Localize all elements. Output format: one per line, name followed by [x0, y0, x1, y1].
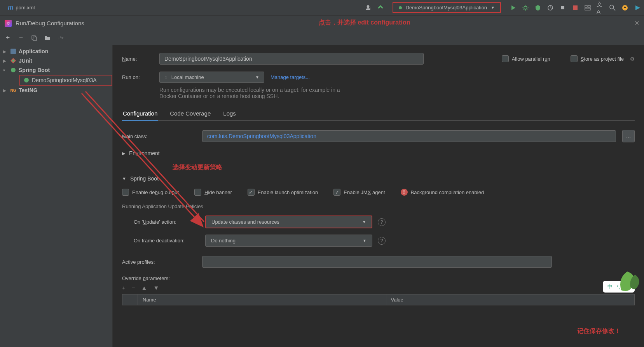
hide-banner-checkbox[interactable]: Hide banner — [194, 189, 232, 196]
application-icon — [10, 48, 16, 54]
running-policies-title: Running Application Update Policies — [122, 203, 635, 209]
intellij-icon: IJ — [5, 20, 12, 27]
tree-application[interactable]: ▶ Application — [0, 47, 112, 56]
checkbox-label: Store as project file — [581, 56, 624, 62]
chevron-down-icon: ▼ — [362, 220, 366, 224]
house-icon: ⌂ — [164, 74, 168, 80]
profile-icon[interactable] — [547, 4, 554, 11]
column-header-value: Value — [386, 294, 635, 305]
search-icon[interactable] — [609, 4, 616, 11]
svg-point-5 — [610, 5, 614, 9]
tab-logs[interactable]: Logs — [222, 107, 237, 120]
gear-icon[interactable]: ⚙ — [630, 56, 635, 62]
add-icon[interactable]: + — [5, 35, 11, 41]
debug-icon[interactable] — [522, 4, 529, 11]
junit-icon — [10, 58, 16, 64]
attach-icon[interactable] — [559, 4, 566, 11]
close-icon[interactable]: ✕ — [634, 19, 639, 27]
translate-icon[interactable]: 文A — [597, 4, 604, 11]
checkbox-icon — [248, 189, 255, 196]
up-icon[interactable]: ▲ — [141, 284, 147, 291]
active-profiles-label: Active profiles: — [122, 259, 196, 265]
tree-label: Application — [19, 48, 48, 54]
user-icon[interactable] — [365, 4, 372, 11]
params-table-header: Name Value — [122, 294, 635, 305]
chevron-right-icon: ▶ — [3, 49, 8, 54]
tree-junit[interactable]: ▶ JUnit — [0, 56, 112, 65]
enable-jmx-checkbox[interactable]: Enable JMX agent — [333, 189, 385, 196]
config-tabs: Configuration Code Coverage Logs — [122, 107, 635, 121]
testng-icon: NG — [10, 87, 16, 93]
allow-parallel-checkbox[interactable]: Allow parallel run — [502, 55, 550, 62]
leaf-decoration — [613, 265, 644, 296]
dropdown-value: Local machine — [171, 74, 204, 80]
checkbox-icon — [571, 55, 578, 62]
svg-rect-3 — [588, 5, 590, 7]
checkbox-icon — [333, 189, 340, 196]
svg-rect-4 — [585, 8, 590, 10]
copy-icon[interactable] — [31, 35, 37, 41]
chevron-down-icon: ▼ — [363, 238, 367, 243]
help-icon[interactable]: ? — [378, 218, 386, 226]
tree-testng[interactable]: ▶ NG TestNG — [0, 86, 112, 95]
run-on-dropdown[interactable]: ⌂ Local machine ▼ — [159, 72, 264, 83]
svg-point-11 — [24, 78, 29, 82]
toolbar-icons: DemoSpringbootMysql03Application ▼ 文A — [365, 2, 641, 13]
remove-icon[interactable]: − — [132, 284, 135, 291]
add-icon[interactable]: + — [122, 284, 126, 291]
ime-mode: 中 — [607, 283, 613, 290]
tree-selected-config[interactable]: DemoSpringbootMysql03A — [19, 75, 112, 86]
tree-springboot[interactable]: ▾ Spring Boot — [0, 65, 112, 75]
annotation-top: 点击，并选择 edit configuration — [319, 19, 410, 27]
name-input[interactable] — [159, 53, 424, 65]
tree-label: Spring Boot — [19, 67, 50, 73]
remove-icon[interactable]: − — [18, 35, 24, 41]
chevron-down-icon: ▼ — [255, 75, 259, 79]
tab-coverage[interactable]: Code Coverage — [169, 107, 211, 120]
hammer-icon[interactable] — [377, 4, 384, 11]
status-dot-icon — [399, 6, 402, 9]
file-tab[interactable]: m pom.xml — [3, 4, 39, 11]
layout-icon[interactable] — [584, 4, 591, 11]
on-update-dropdown[interactable]: Update classes and resources ▼ — [205, 216, 372, 228]
tab-configuration[interactable]: Configuration — [122, 107, 158, 121]
play-video-icon[interactable] — [634, 4, 641, 11]
manage-targets-link[interactable]: Manage targets... — [271, 74, 310, 80]
enable-launch-checkbox[interactable]: Enable launch optimization — [248, 189, 318, 196]
chevron-down-icon: ▼ — [122, 176, 126, 181]
info-label: Background compilation enabled — [411, 189, 484, 195]
help-icon[interactable]: ? — [378, 237, 386, 245]
svg-rect-8 — [33, 37, 37, 40]
run-icon[interactable] — [510, 4, 517, 11]
checkbox-label: Allow parallel run — [512, 56, 550, 62]
store-project-checkbox[interactable]: Store as project file — [571, 55, 624, 62]
coverage-icon[interactable] — [534, 4, 541, 11]
environment-section[interactable]: ▶ Environment — [122, 150, 635, 156]
run-config-name: DemoSpringbootMysql03Application — [406, 5, 487, 11]
annotation-middle: 选择变动更新策略 — [173, 163, 635, 172]
dropdown-value: Update classes and resources — [211, 219, 279, 225]
active-profiles-input[interactable] — [202, 256, 552, 268]
springboot-icon — [23, 77, 30, 83]
springboot-section[interactable]: ▼ Spring Boot — [122, 175, 635, 182]
dropdown-value: Do nothing — [211, 238, 236, 244]
on-frame-dropdown[interactable]: Do nothing ▼ — [205, 235, 372, 247]
config-toolbar: + − ↓ᵃz — [0, 31, 644, 45]
column-header-name: Name — [138, 294, 386, 305]
folder-icon[interactable] — [44, 35, 51, 41]
override-params-label: Override parameters: — [122, 275, 170, 281]
main-class-label: Main class: — [122, 133, 196, 139]
sort-icon[interactable]: ↓ᵃz — [58, 35, 64, 41]
checkbox-label: Enable launch optimization — [258, 189, 318, 195]
enable-debug-checkbox[interactable]: Enable debug output — [122, 189, 179, 196]
stop-icon[interactable] — [572, 4, 579, 11]
browse-button[interactable]: … — [622, 130, 635, 142]
main-class-input[interactable]: com.luis.DemoSpringbootMysql03Applicatio… — [202, 130, 616, 142]
on-update-label: On 'Update' action: — [134, 219, 200, 225]
down-icon[interactable]: ▼ — [153, 284, 159, 291]
maven-icon: m — [8, 4, 13, 11]
config-tree: ▶ Application ▶ JUnit ▾ Spring Boot Demo… — [0, 45, 113, 347]
sync-icon[interactable] — [621, 4, 628, 11]
bg-compilation-info: ! Background compilation enabled — [401, 189, 484, 196]
run-config-dropdown[interactable]: DemoSpringbootMysql03Application ▼ — [393, 2, 501, 13]
